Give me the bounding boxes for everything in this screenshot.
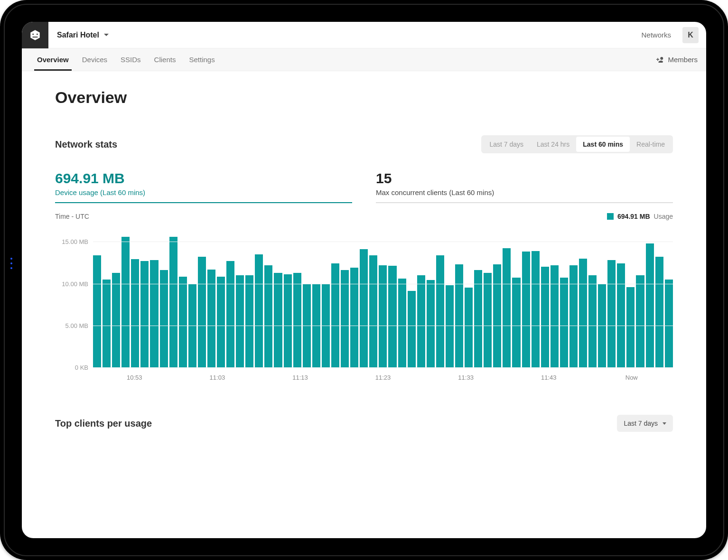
chart-bar (446, 285, 454, 367)
tab-settings[interactable]: Settings (182, 48, 221, 71)
chart-bar (284, 274, 292, 367)
logo-icon (29, 29, 41, 41)
chart-bar (646, 243, 654, 367)
timezone-label: Time - UTC (55, 213, 89, 220)
chart-bar (512, 278, 520, 367)
add-member-icon (656, 56, 665, 64)
networks-link[interactable]: Networks (635, 27, 678, 43)
chart-bar (636, 275, 644, 367)
chart-bar (626, 287, 635, 367)
stats-heading: Network stats (55, 139, 117, 150)
chart-bar (121, 237, 130, 367)
chart-bar (417, 275, 425, 367)
chart-bar (198, 257, 206, 367)
chart-bar (140, 261, 149, 367)
stats-header: Network stats Last 7 daysLast 24 hrsLast… (55, 135, 673, 153)
gridline (93, 242, 673, 242)
chart-bar (551, 265, 559, 367)
chart-bar (655, 257, 663, 367)
top-bar: Safari Hotel Networks K (22, 22, 706, 48)
chart-bar (131, 259, 139, 367)
members-button[interactable]: Members (656, 56, 698, 64)
chart-bar (588, 275, 597, 367)
top-clients-header: Top clients per usage Last 7 days (55, 415, 673, 432)
app-logo[interactable] (22, 22, 48, 48)
nav-tabs: OverviewDevicesSSIDsClientsSettings Memb… (22, 48, 706, 71)
gridline (93, 326, 673, 326)
kpi-label: Device usage (Last 60 mins) (55, 188, 352, 196)
chart-bar (617, 263, 625, 367)
x-tick-label: 11:13 (259, 374, 342, 382)
chart-bar (522, 252, 530, 367)
chart-bar (236, 275, 244, 367)
chart-bar (112, 273, 120, 367)
chart-bar (493, 264, 501, 367)
chevron-down-icon (104, 34, 109, 36)
top-clients-range-dropdown[interactable]: Last 7 days (617, 415, 673, 432)
chart-bar (665, 280, 673, 367)
page-content: Overview Network stats Last 7 daysLast 2… (22, 71, 706, 538)
gridline (93, 367, 673, 368)
chart-bar (436, 255, 444, 367)
range-dropdown-label: Last 7 days (624, 420, 658, 427)
range-pill[interactable]: Last 60 mins (576, 137, 630, 152)
location-selector[interactable]: Safari Hotel (48, 31, 117, 39)
x-tick-label: Now (590, 374, 673, 382)
chart-bar (245, 275, 253, 367)
range-pill[interactable]: Last 7 days (483, 137, 530, 152)
x-tick-label: 11:23 (342, 374, 425, 382)
chart-bar (169, 237, 177, 367)
y-tick-label: 10.00 MB (55, 280, 88, 287)
kpi-value: 694.91 MB (55, 170, 352, 187)
kpi-card[interactable]: 694.91 MBDevice usage (Last 60 mins) (55, 170, 352, 203)
y-tick-label: 0 KB (55, 364, 88, 371)
x-tick-label: 11:33 (424, 374, 507, 382)
top-clients-heading: Top clients per usage (55, 418, 152, 429)
y-tick-label: 5.00 MB (55, 322, 88, 329)
chart-bar (465, 288, 473, 367)
chart-bar (532, 251, 540, 367)
chart-bar (541, 267, 549, 367)
chart-bar (150, 260, 158, 367)
tab-ssids[interactable]: SSIDs (114, 48, 148, 71)
time-range-selector: Last 7 daysLast 24 hrsLast 60 minsReal-t… (481, 135, 673, 153)
tab-devices[interactable]: Devices (75, 48, 114, 71)
chevron-down-icon (663, 422, 666, 425)
page-title: Overview (55, 88, 673, 107)
members-label: Members (668, 56, 698, 64)
chart-bar (569, 265, 578, 367)
x-tick-label: 10:53 (93, 374, 176, 382)
tab-overview[interactable]: Overview (30, 48, 75, 71)
chart-meta-row: Time - UTC 694.91 MB Usage (55, 213, 673, 220)
chart-bar (93, 255, 101, 367)
range-pill[interactable]: Real-time (630, 137, 672, 152)
chart-bar (179, 277, 187, 367)
kpi-value: 15 (376, 170, 673, 187)
legend-label: Usage (654, 213, 673, 220)
chart-bar (579, 259, 587, 367)
location-name: Safari Hotel (57, 31, 99, 39)
chart-bar (369, 255, 377, 367)
chart-bar (160, 270, 168, 367)
chart-bar (607, 260, 616, 367)
chart-bar (360, 249, 368, 367)
y-tick-label: 15.00 MB (55, 238, 88, 245)
chart-bar (408, 291, 416, 367)
chart-bar (388, 266, 396, 367)
tab-clients[interactable]: Clients (148, 48, 183, 71)
chart-bar (103, 280, 111, 367)
tablet-side-indicators (10, 258, 12, 269)
user-avatar[interactable]: K (682, 27, 699, 43)
gridline (93, 284, 673, 284)
range-pill[interactable]: Last 24 hrs (530, 137, 576, 152)
chart-bar (379, 265, 387, 367)
kpi-card[interactable]: 15Max concurrent clients (Last 60 mins) (376, 170, 673, 203)
chart-bar (503, 248, 511, 367)
chart-bar (484, 273, 492, 367)
chart-legend: 694.91 MB Usage (607, 213, 673, 220)
x-tick-label: 11:43 (507, 374, 590, 382)
legend-swatch (607, 213, 614, 220)
chart-bar (350, 268, 358, 367)
tablet-frame: Safari Hotel Networks K OverviewDevicesS… (0, 0, 728, 560)
chart-bar (341, 270, 349, 367)
